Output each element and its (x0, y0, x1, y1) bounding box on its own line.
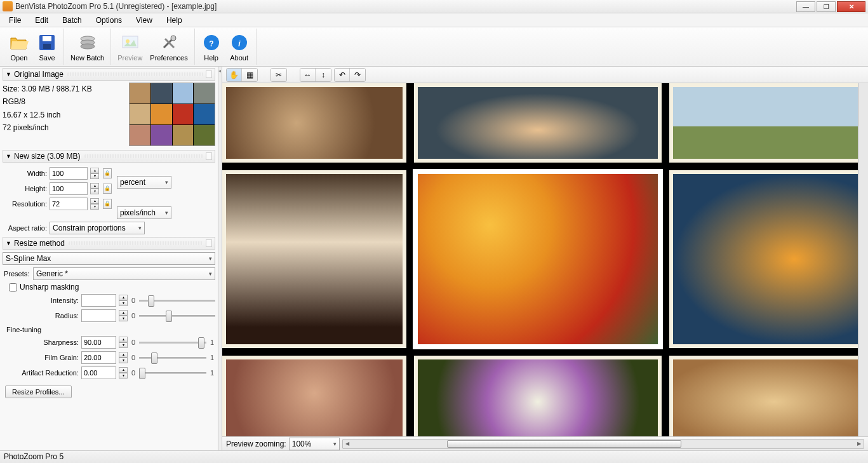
help-icon: ? (201, 32, 222, 53)
scroll-left-icon[interactable]: ◀ (343, 440, 352, 448)
sharpness-spinner[interactable]: ▴▾ (119, 337, 128, 348)
size-unit-combo[interactable]: percent (117, 176, 171, 189)
artifact-spinner[interactable]: ▴▾ (119, 367, 128, 379)
menu-file[interactable]: File (3, 15, 27, 26)
resolution-lock[interactable]: 🔒 (103, 199, 112, 209)
folder-open-icon (9, 32, 29, 53)
new-batch-button[interactable]: New Batch (67, 29, 108, 65)
resolution-input[interactable] (50, 198, 88, 210)
original-info: Size: 3.09 MB / 988.71 KB RGB/8 16.67 x … (3, 83, 124, 146)
help-button[interactable]: ? Help (197, 29, 225, 65)
collapse-icon: ▼ (6, 153, 11, 159)
radius-spinner[interactable]: ▴▾ (119, 310, 128, 321)
menu-view[interactable]: View (130, 15, 159, 26)
new-size-header[interactable]: ▼ New size (3.09 MB) (3, 150, 215, 163)
rotate-right-icon: ↷ (354, 70, 361, 79)
width-label: Width: (3, 170, 47, 177)
resolution-unit-combo[interactable]: pixels/inch (117, 206, 171, 219)
preview-tile (414, 356, 662, 436)
preview-zoom-label: Preview zooming: (226, 440, 286, 448)
resize-method-combo[interactable]: S-Spline Max (3, 252, 215, 265)
film-grain-slider[interactable] (139, 351, 206, 364)
presets-combo[interactable]: Generic * (33, 267, 215, 280)
save-button[interactable]: Save (33, 29, 61, 65)
sharpness-slider[interactable] (139, 336, 206, 349)
fine-tuning-label: Fine-tuning (6, 326, 215, 333)
marquee-icon: ▦ (246, 70, 253, 79)
marquee-tool-button[interactable]: ▦ (242, 69, 257, 81)
width-spinner[interactable]: ▴▾ (90, 168, 99, 179)
preview-tile (669, 356, 858, 436)
resize-method-header[interactable]: ▼ Resize method (3, 237, 215, 250)
flip-horizontal-button[interactable]: ↔ (300, 69, 316, 81)
height-spinner[interactable]: ▴▾ (90, 183, 99, 194)
unsharp-label: Unsharp masking (20, 283, 79, 292)
statusbar: PhotoZoom Pro 5 (0, 450, 868, 463)
preferences-button[interactable]: Preferences (146, 29, 191, 65)
film-grain-spinner[interactable]: ▴▾ (119, 352, 128, 363)
menu-options[interactable]: Options (90, 15, 128, 26)
height-input[interactable] (50, 182, 88, 195)
preview-tile (222, 83, 406, 163)
rotate-left-button[interactable]: ↶ (335, 69, 350, 81)
original-thumbnail[interactable] (129, 83, 215, 146)
content-area: ✋ ▦ ✂ ↔ ↕ ↶ ↷ (222, 67, 868, 450)
scroll-right-icon[interactable]: ▶ (855, 440, 864, 448)
flip-h-icon: ↔ (304, 70, 312, 79)
crop-tool-button[interactable]: ✂ (271, 69, 286, 81)
flip-vertical-button[interactable]: ↕ (316, 69, 331, 81)
film-grain-input[interactable] (81, 351, 116, 364)
minimize-button[interactable] (796, 1, 815, 12)
resize-profiles-button[interactable]: Resize Profiles... (5, 386, 72, 398)
rotate-right-button[interactable]: ↷ (350, 69, 365, 81)
svg-text:?: ? (209, 39, 213, 48)
unsharp-masking-checkbox[interactable] (9, 283, 17, 292)
menu-batch[interactable]: Batch (56, 15, 88, 26)
radius-input[interactable] (81, 309, 116, 322)
horizontal-scrollbar[interactable]: ◀ ▶ (342, 439, 864, 449)
collapse-icon: ▼ (6, 240, 11, 246)
vertical-scrollbar[interactable] (858, 83, 868, 436)
maximize-button[interactable] (817, 1, 836, 12)
svg-point-5 (81, 44, 95, 49)
intensity-input[interactable] (81, 294, 116, 307)
window-title: BenVista PhotoZoom Pro 5.1 (Unregistered… (15, 2, 796, 11)
preview-canvas[interactable] (222, 83, 858, 436)
sidebar: ▼ Original Image Size: 3.09 MB / 988.71 … (0, 67, 218, 450)
original-image-header[interactable]: ▼ Original Image (3, 68, 215, 81)
preview-tile (414, 83, 662, 163)
preview-button: Preview (114, 29, 146, 65)
sharpness-input[interactable] (81, 336, 116, 349)
menu-help[interactable]: Help (160, 15, 189, 26)
preview-zoom-combo[interactable]: 100% (289, 438, 340, 450)
intensity-slider[interactable] (139, 294, 215, 307)
open-button[interactable]: Open (5, 29, 33, 65)
resolution-spinner[interactable]: ▴▾ (90, 198, 99, 210)
res-text: 72 pixels/inch (3, 121, 124, 134)
tools-icon (159, 32, 179, 53)
radius-slider[interactable] (139, 309, 215, 322)
hand-tool-button[interactable]: ✋ (227, 69, 242, 81)
width-input[interactable] (50, 167, 88, 180)
svg-rect-1 (43, 36, 51, 41)
radius-label: Radius: (3, 312, 79, 319)
close-button[interactable] (837, 1, 865, 12)
batch-stack-icon (77, 32, 98, 53)
aspect-ratio-combo[interactable]: Constrain proportions (50, 222, 145, 234)
mode-text: RGB/8 (3, 95, 124, 108)
sharpness-label: Sharpness: (3, 339, 79, 346)
intensity-spinner[interactable]: ▴▾ (119, 295, 128, 306)
info-icon: i (229, 32, 250, 53)
height-lock[interactable]: 🔒 (103, 184, 112, 194)
width-lock[interactable]: 🔒 (103, 168, 112, 178)
preview-tile (222, 170, 406, 348)
artifact-reduction-input[interactable] (81, 366, 116, 379)
artifact-reduction-slider[interactable] (139, 366, 206, 379)
titlebar: BenVista PhotoZoom Pro 5.1 (Unregistered… (0, 0, 868, 13)
preview-toolbar: ✋ ▦ ✂ ↔ ↕ ↶ ↷ (222, 67, 868, 83)
about-button[interactable]: i About (225, 29, 253, 65)
preview-tile-selected (414, 170, 662, 348)
hand-icon: ✋ (229, 70, 239, 79)
menu-edit[interactable]: Edit (29, 15, 55, 26)
preview-footer: Preview zooming: 100% ◀ ▶ (222, 436, 868, 450)
